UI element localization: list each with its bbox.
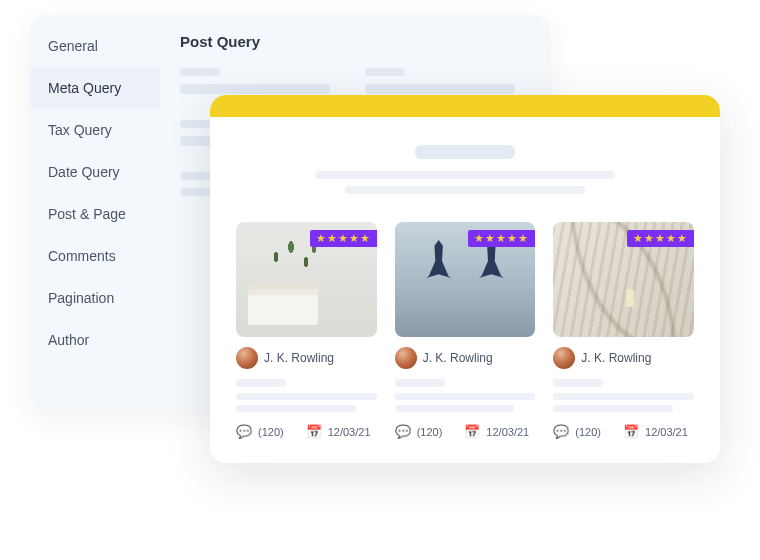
comments-icon: 💬	[236, 424, 252, 439]
post-meta: 💬 (120) 📅 12/03/21	[553, 424, 694, 439]
skeleton-line	[236, 393, 377, 400]
sidebar: General Meta Query Tax Query Date Query …	[30, 15, 160, 410]
sidebar-item-comments[interactable]: Comments	[30, 235, 160, 277]
sidebar-item-date-query[interactable]: Date Query	[30, 151, 160, 193]
skeleton-heading	[415, 145, 515, 159]
post-author: J. K. Rowling	[236, 347, 377, 369]
calendar-icon: 📅	[306, 424, 322, 439]
sidebar-item-post-page[interactable]: Post & Page	[30, 193, 160, 235]
author-name: J. K. Rowling	[264, 351, 334, 365]
preview-hero	[236, 145, 694, 194]
skeleton-line	[236, 405, 356, 412]
author-name: J. K. Rowling	[581, 351, 651, 365]
comments-icon: 💬	[553, 424, 569, 439]
post-card[interactable]: ★★★★★ J. K. Rowling 💬 (120) 📅 12/03/21	[236, 222, 377, 439]
author-name: J. K. Rowling	[423, 351, 493, 365]
skeleton-field	[180, 84, 330, 94]
sidebar-item-author[interactable]: Author	[30, 319, 160, 361]
post-date: 12/03/21	[645, 426, 688, 438]
rating-badge: ★★★★★	[468, 230, 535, 247]
post-card[interactable]: ★★★★★ J. K. Rowling 💬 (120) 📅 12/03/21	[395, 222, 536, 439]
skeleton-title	[236, 379, 286, 387]
post-thumbnail: ★★★★★	[395, 222, 536, 337]
calendar-icon: 📅	[623, 424, 639, 439]
comments-count: (120)	[575, 426, 601, 438]
post-date: 12/03/21	[486, 426, 529, 438]
post-thumbnail: ★★★★★	[553, 222, 694, 337]
author-avatar	[236, 347, 258, 369]
post-meta: 💬 (120) 📅 12/03/21	[236, 424, 377, 439]
preview-titlebar	[210, 95, 720, 117]
sidebar-item-meta-query[interactable]: Meta Query	[30, 67, 160, 109]
card-grid: ★★★★★ J. K. Rowling 💬 (120) 📅 12/03/21	[236, 222, 694, 439]
calendar-icon: 📅	[464, 424, 480, 439]
skeleton-field	[365, 84, 515, 94]
author-avatar	[553, 347, 575, 369]
sidebar-item-tax-query[interactable]: Tax Query	[30, 109, 160, 151]
post-author: J. K. Rowling	[553, 347, 694, 369]
rating-badge: ★★★★★	[310, 230, 377, 247]
post-meta: 💬 (120) 📅 12/03/21	[395, 424, 536, 439]
rating-badge: ★★★★★	[627, 230, 694, 247]
skeleton-line	[345, 186, 585, 194]
post-date: 12/03/21	[328, 426, 371, 438]
skeleton-label	[365, 68, 405, 76]
skeleton-line	[553, 393, 694, 400]
sidebar-item-pagination[interactable]: Pagination	[30, 277, 160, 319]
comments-count: (120)	[258, 426, 284, 438]
preview-panel: ★★★★★ J. K. Rowling 💬 (120) 📅 12/03/21	[210, 95, 720, 463]
post-author: J. K. Rowling	[395, 347, 536, 369]
post-card[interactable]: ★★★★★ J. K. Rowling 💬 (120) 📅 12/03/21	[553, 222, 694, 439]
sidebar-item-general[interactable]: General	[30, 25, 160, 67]
settings-title: Post Query	[180, 33, 530, 50]
comments-count: (120)	[417, 426, 443, 438]
skeleton-line	[315, 171, 615, 179]
skeleton-label	[180, 68, 220, 76]
skeleton-line	[395, 393, 536, 400]
skeleton-line	[395, 405, 515, 412]
skeleton-title	[553, 379, 603, 387]
skeleton-line	[553, 405, 673, 412]
comments-icon: 💬	[395, 424, 411, 439]
author-avatar	[395, 347, 417, 369]
skeleton-title	[395, 379, 445, 387]
post-thumbnail: ★★★★★	[236, 222, 377, 337]
